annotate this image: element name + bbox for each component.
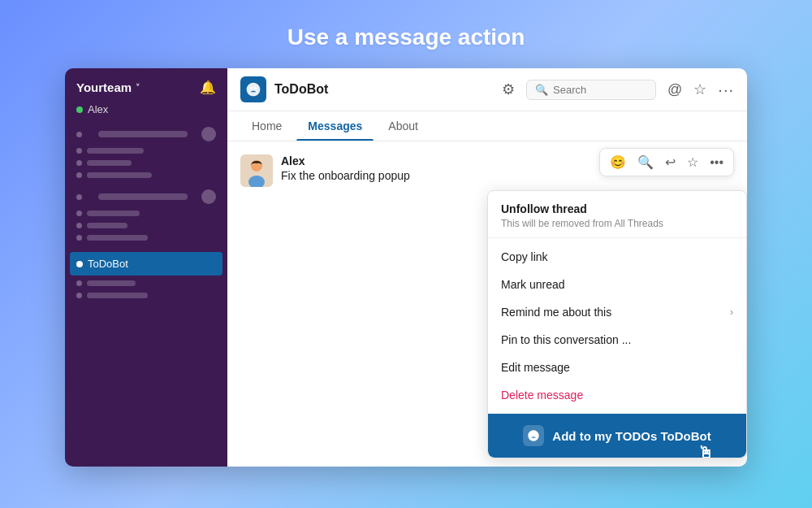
context-menu: Unfollow thread This will be removed fro…: [487, 190, 747, 458]
tab-messages[interactable]: Messages: [296, 111, 374, 141]
context-menu-items: Copy link Mark unread Remind me about th…: [488, 238, 746, 414]
unfollow-sub: This will be removed from All Threads: [501, 218, 733, 229]
remind-item[interactable]: Remind me about this ›: [488, 298, 746, 326]
at-icon[interactable]: @: [667, 81, 682, 98]
channel-item-3[interactable]: [65, 157, 227, 169]
mark-unread-item[interactable]: Mark unread: [488, 271, 746, 298]
reaction-toolbar: 😊 🔍 ↩ ☆ •••: [599, 148, 734, 176]
channel-item-8[interactable]: [65, 232, 227, 244]
channel-item-2[interactable]: [65, 145, 227, 157]
tab-about[interactable]: About: [377, 111, 430, 141]
cta-bot-icon: [523, 425, 544, 446]
team-chevron-icon: ˅: [136, 83, 140, 92]
cursor-icon: 🖱: [698, 444, 714, 458]
channel-item-4[interactable]: [65, 169, 227, 181]
topbar: ToDoBot ⚙ 🔍 @ ☆ ···: [227, 68, 747, 111]
active-dot: [76, 261, 83, 267]
copy-link-item[interactable]: Copy link: [488, 243, 746, 271]
nav-tabs: Home Messages About: [227, 111, 747, 141]
search-reaction-btn[interactable]: 🔍: [634, 153, 657, 172]
topbar-title: ToDoBot: [274, 82, 494, 97]
add-todos-button[interactable]: Add to my TODOs ToDoBot 🖱: [488, 414, 746, 458]
bot-icon: [240, 76, 266, 102]
more-icon[interactable]: ···: [718, 80, 734, 99]
reply-btn[interactable]: ↩: [662, 153, 679, 172]
sidebar: Yourteam ˅ 🔔 Alex: [65, 68, 227, 467]
edit-message-item[interactable]: Edit message: [488, 354, 746, 381]
settings-icon[interactable]: ⚙: [502, 80, 515, 98]
active-channel-todobot[interactable]: ToDoBot: [70, 252, 222, 276]
search-input[interactable]: [553, 84, 647, 96]
avatar: [240, 154, 273, 187]
team-name[interactable]: Yourteam ˅: [76, 80, 140, 94]
search-icon: 🔍: [535, 84, 548, 96]
channel-item-6[interactable]: [65, 207, 227, 219]
message-area: 😊 🔍 ↩ ☆ •••: [227, 141, 747, 467]
tab-home[interactable]: Home: [240, 111, 293, 141]
star-reaction-btn[interactable]: ☆: [684, 153, 702, 172]
chevron-icon: ›: [730, 306, 733, 318]
emoji-reaction-btn[interactable]: 😊: [607, 153, 629, 172]
topbar-icons: ⚙ 🔍 @ ☆ ···: [502, 80, 734, 100]
app-window: Yourteam ˅ 🔔 Alex: [65, 68, 747, 467]
channel-item-1[interactable]: [65, 124, 227, 145]
unfollow-label: Unfollow thread: [501, 202, 733, 215]
main-content: ToDoBot ⚙ 🔍 @ ☆ ··· Home Messages Abou: [227, 68, 747, 467]
channel-item-9[interactable]: [65, 277, 227, 289]
delete-message-item[interactable]: Delete message: [488, 381, 746, 409]
star-icon[interactable]: ☆: [693, 80, 706, 98]
channel-item-10[interactable]: [65, 289, 227, 302]
context-menu-header: Unfollow thread This will be removed fro…: [488, 191, 746, 238]
current-user: Alex: [65, 102, 227, 124]
page-title: Use a message action: [287, 24, 525, 50]
bell-icon[interactable]: 🔔: [200, 80, 216, 95]
channel-item-7[interactable]: [65, 219, 227, 232]
more-reaction-btn[interactable]: •••: [706, 154, 727, 172]
online-dot: [76, 106, 83, 113]
pin-item[interactable]: Pin to this conversation ...: [488, 326, 746, 354]
channel-item-5[interactable]: [65, 186, 227, 207]
search-box[interactable]: 🔍: [526, 80, 656, 100]
